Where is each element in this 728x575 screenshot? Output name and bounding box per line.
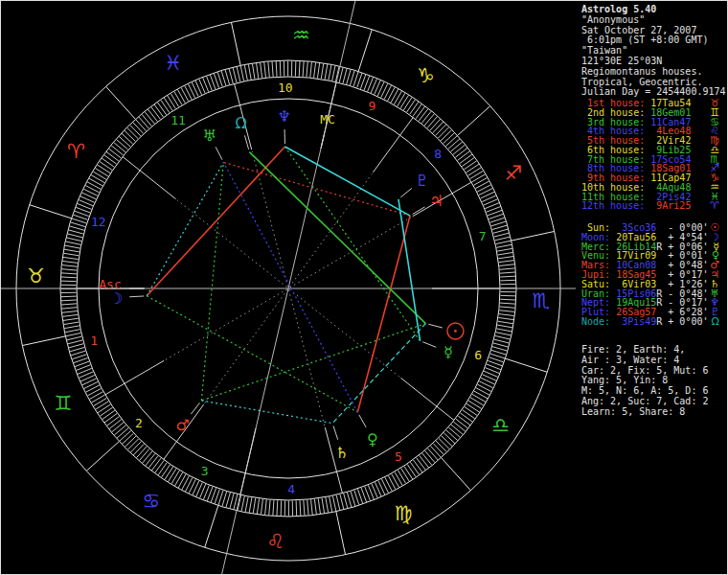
zodiac-sign-icon: ♉ bbox=[27, 264, 45, 288]
zodiac-sign-icon: ♍ bbox=[395, 502, 413, 525]
zodiac-sign-icon: ♈ bbox=[67, 140, 85, 163]
header-line: "Anonymous" bbox=[581, 15, 726, 26]
info-panel: Astrolog 5.40 "Anonymous"Sat October 27,… bbox=[579, 1, 728, 574]
house-number: 1 bbox=[90, 334, 98, 348]
planet-latitude-value: + 0°00' bbox=[662, 316, 708, 327]
element-summary: Fire: 2, Earth: 4,Air : 3, Water: 4Car: … bbox=[581, 345, 708, 418]
aspect-trine-line bbox=[285, 147, 421, 341]
uran-icon: ♅ bbox=[203, 126, 216, 145]
zodiac-sign-icon: ♎ bbox=[491, 414, 510, 437]
mc-label: MC bbox=[320, 112, 335, 126]
zodiac-sign-icon: ♌ bbox=[266, 530, 284, 553]
house-number: 9 bbox=[369, 99, 376, 113]
aspect-square-line bbox=[147, 147, 284, 296]
zodiac-sign-icon: ♏ bbox=[532, 289, 550, 312]
planet-position-table: Sun: 3Sco36 - 0°00'☉Moon: 20Tau56 + 4°54… bbox=[581, 223, 725, 327]
nept-icon: ♆ bbox=[278, 107, 291, 126]
jupi-icon: ♃ bbox=[429, 192, 443, 210]
aspect-square-line bbox=[357, 216, 410, 412]
chart-header: Astrolog 5.40 "Anonymous"Sat October 27,… bbox=[581, 5, 726, 98]
aspect-sextile-line bbox=[332, 324, 425, 424]
zodiac-sign-icon: ♒ bbox=[292, 24, 310, 47]
zodiac-sign-icon: ♊ bbox=[55, 392, 73, 415]
zodiac-sign-icon: ♓ bbox=[164, 52, 182, 75]
satu-icon: ♄ bbox=[335, 444, 349, 462]
house-number: 11 bbox=[171, 113, 186, 127]
header-line: Julian Day = 2454400.9174 bbox=[581, 87, 726, 98]
house-number: 7 bbox=[479, 229, 487, 243]
planet-glyphs: ☽☿♀♂♃♄♅♆♇Ω bbox=[109, 107, 464, 462]
planet-position-value: 3Pis49 bbox=[610, 316, 656, 327]
house-number: 5 bbox=[395, 449, 402, 464]
house-number: 4 bbox=[287, 482, 295, 496]
house-cusp-table: 1st house: 17Tau54♉ 2nd house: 18Gem01♊ … bbox=[581, 99, 725, 211]
aspect-trine-line bbox=[201, 162, 223, 401]
astrolog-window: ♈♉♊♋♌♍♎♏♐♑♒♓123456789101112☽☿♀♂♃♄♅♆♇ΩAsc… bbox=[0, 0, 728, 575]
aspect-square-line bbox=[223, 162, 410, 216]
aspect-sextile-line bbox=[147, 162, 223, 295]
house-number: 12 bbox=[91, 215, 106, 229]
plut-icon: ♇ bbox=[416, 172, 429, 190]
moon-icon: ☽ bbox=[109, 289, 123, 308]
house-number: 6 bbox=[474, 348, 482, 362]
node-icon: Ω bbox=[236, 114, 247, 132]
house-number: 2 bbox=[135, 416, 143, 430]
natal-chart-wheel: ♈♉♊♋♌♍♎♏♐♑♒♓123456789101112☽☿♀♂♃♄♅♆♇ΩAsc… bbox=[1, 1, 576, 574]
house-number: 10 bbox=[278, 80, 293, 95]
house-label: 12th house: bbox=[581, 200, 645, 211]
house-number: 8 bbox=[434, 147, 442, 161]
aspect-sextile-line bbox=[201, 401, 332, 424]
asc-label: Asc bbox=[99, 277, 121, 291]
house-row: 12th house: 9Ari25♈ bbox=[581, 201, 725, 211]
header-line: Regiomontanus houses. bbox=[581, 67, 726, 78]
planet-icon: Ω bbox=[712, 316, 719, 327]
house-cusp-value: 9Ari25 bbox=[645, 200, 691, 211]
aspect-trine-line bbox=[201, 324, 425, 401]
zodiac-sign-icon: ♈ bbox=[710, 200, 719, 211]
aspect-lines bbox=[147, 147, 425, 424]
zodiac-sign-icon: ♋ bbox=[142, 490, 160, 513]
summary-line: Air : 3, Water: 4 bbox=[581, 356, 708, 366]
mars-icon: ♂ bbox=[176, 416, 190, 434]
summary-line: Learn: 5, Share: 8 bbox=[581, 407, 708, 418]
aspect-trine-line bbox=[249, 152, 425, 324]
planet-row: Node: 3Pis49R + 0°00'Ω bbox=[581, 317, 725, 327]
zodiac-sign-icon: ♑ bbox=[417, 64, 435, 87]
venu-icon: ♀ bbox=[367, 430, 378, 448]
merc-icon: ☿ bbox=[444, 343, 453, 361]
planet-label: Node: bbox=[581, 316, 610, 327]
house-number: 3 bbox=[201, 464, 209, 478]
aspect-trine-line bbox=[147, 296, 357, 412]
zodiac-sign-icon: ♐ bbox=[505, 162, 523, 185]
